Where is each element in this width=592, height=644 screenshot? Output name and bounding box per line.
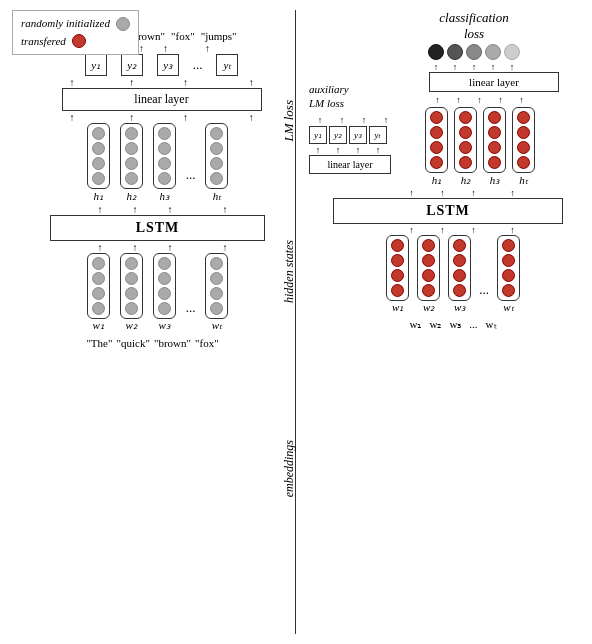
linear-layer-top-box: linear layer	[429, 72, 559, 92]
aux-arrows-down: ↑ ↑ ↑ ↑	[309, 145, 387, 155]
y2-output: y₂	[121, 54, 143, 76]
hnode-t-4	[210, 172, 223, 185]
emb-col-1: w₁	[87, 253, 110, 334]
enode-2-1	[125, 257, 138, 270]
rword-w2: w₂	[429, 318, 441, 331]
renode-t-4	[502, 284, 515, 297]
y3-output: y₃	[157, 54, 179, 76]
lm-loss-label: LM loss	[281, 100, 297, 142]
hidden-col-1: h₁	[87, 123, 110, 203]
top-area: auxiliary LM loss ↑ ↑ ↑ ↑ y₁ y₂ y₃ yₜ	[309, 72, 579, 187]
right-emb-nodes-row: w₁ w₂ w₃ ...	[386, 235, 520, 316]
hnode-1-4	[92, 172, 105, 185]
rword-wt: wₜ	[486, 318, 497, 331]
enode-2-2	[125, 272, 138, 285]
embeddings-label: embeddings	[282, 440, 297, 497]
enode-1-4	[92, 302, 105, 315]
aux-lm-label: auxiliary LM loss	[309, 82, 349, 111]
rhidden-group-1	[425, 107, 448, 173]
w1-label: w₁	[92, 319, 103, 332]
classif-circles-row	[428, 44, 520, 60]
enode-3-3	[158, 287, 171, 300]
rword-dots: ...	[469, 318, 477, 331]
rhidden-group-t	[512, 107, 535, 173]
remb-col-2: w₂	[417, 235, 440, 316]
rhnode-t-4	[517, 156, 530, 169]
enode-1-1	[92, 257, 105, 270]
y1-output: y₁	[85, 54, 107, 76]
rword-w1: w₁	[409, 318, 421, 331]
main-container: randomly initialized transfered LM loss …	[0, 0, 592, 644]
top-right-column: linear layer ↑ ↑ ↑ ↑ ↑	[409, 72, 579, 187]
hidden-col-t: hₜ	[205, 123, 228, 203]
hnode-1-1	[92, 127, 105, 140]
arrows-to-linear: ↑ ↑ ↑ ↑	[52, 112, 272, 123]
emb-col-3: w₃	[153, 253, 176, 334]
linear-layer-label: linear layer	[62, 88, 262, 111]
hnode-t-2	[210, 142, 223, 155]
lstm-box-left: LSTM	[50, 215, 265, 241]
renode-3-1	[453, 239, 466, 252]
rhidden-col-2: h₂	[454, 107, 477, 187]
hnode-2-2	[125, 142, 138, 155]
rhidden-group-2	[454, 107, 477, 173]
rhnode-2-2	[459, 126, 472, 139]
remb-group-2	[417, 235, 440, 301]
renode-3-4	[453, 284, 466, 297]
red-circle-legend	[72, 34, 86, 48]
legend: randomly initialized transfered	[12, 10, 139, 55]
rhnode-2-4	[459, 156, 472, 169]
hidden-group-1	[87, 123, 110, 189]
enode-3-1	[158, 257, 171, 270]
h3-label: h₃	[159, 190, 169, 203]
arrows-emb-lstm-right: ↑ ↑ ↑ ↑	[379, 225, 519, 235]
wt-label: wₜ	[212, 319, 222, 332]
right-panel: classification loss ↑ ↑ ↑ ↑ ↑ auxiliary …	[296, 10, 584, 634]
rwt-label: wₜ	[503, 301, 513, 314]
renode-2-4	[422, 284, 435, 297]
rh1-label: h₁	[432, 174, 442, 187]
renode-3-2	[453, 254, 466, 267]
rhidden-group-3	[483, 107, 506, 173]
renode-t-1	[502, 239, 515, 252]
renode-t-2	[502, 254, 515, 267]
remb-col-1: w₁	[386, 235, 409, 316]
arrows-from-lstm: ↑ ↑ ↑ ↑	[88, 204, 228, 215]
emb-col-2: w₂	[120, 253, 143, 334]
enode-t-2	[210, 272, 223, 285]
classif-c5	[504, 44, 520, 60]
aux-arrows-up: ↑ ↑ ↑ ↑	[311, 115, 395, 125]
arrows-from-linear-top: ↑ ↑ ↑ ↑ ↑	[431, 95, 528, 105]
rhnode-3-1	[488, 111, 501, 124]
rhnode-2-1	[459, 111, 472, 124]
right-hidden-nodes-row: h₁ h₂	[425, 107, 535, 187]
enode-2-3	[125, 287, 138, 300]
classif-c3	[466, 44, 482, 60]
r-y-outputs: y₁ y₂ y₃ yₜ	[309, 126, 387, 144]
rhnode-3-4	[488, 156, 501, 169]
hnode-2-1	[125, 127, 138, 140]
hidden-col-2: h₂	[120, 123, 143, 203]
ry1: y₁	[309, 126, 327, 144]
linear-layer-box: linear layer	[62, 88, 262, 111]
classif-loss-title: classification loss	[439, 10, 508, 42]
linear-layer-mid-box: linear layer	[309, 155, 391, 174]
rhidden-col-3: h₃	[483, 107, 506, 187]
rw3-label: w₃	[454, 301, 465, 314]
rh3-label: h₃	[490, 174, 500, 187]
word-fox: "fox"	[195, 337, 219, 349]
enode-2-4	[125, 302, 138, 315]
yt-output: yₜ	[216, 54, 238, 76]
left-panel: randomly initialized transfered LM loss …	[8, 10, 296, 634]
remb-col-t: wₜ	[497, 235, 520, 316]
hidden-states-label: hidden states	[282, 240, 297, 303]
rhidden-col-1: h₁	[425, 107, 448, 187]
hnode-t-1	[210, 127, 223, 140]
ht-label: hₜ	[213, 190, 222, 203]
word-brown: "brown"	[154, 337, 191, 349]
lstm-box-right: LSTM	[325, 198, 563, 224]
hnode-3-4	[158, 172, 171, 185]
transferred-label: transfered	[21, 33, 66, 51]
hnode-1-3	[92, 157, 105, 170]
h2-label: h₂	[126, 190, 136, 203]
